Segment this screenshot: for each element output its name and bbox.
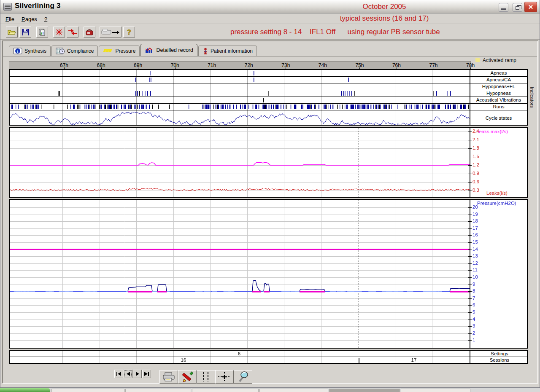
pressure-plot[interactable] [10, 200, 470, 348]
detailled-record-icon [145, 47, 154, 54]
pressure-scale-value: 19 [472, 212, 478, 217]
session-number: 17 [411, 357, 417, 362]
open-folder-icon [8, 29, 16, 35]
zoom-in-time-button[interactable] [67, 27, 78, 38]
prev-icon [127, 372, 130, 376]
session-boundary-mark [359, 358, 359, 363]
zoom-out-time-button[interactable] [53, 27, 65, 38]
time-axis: 67h68h69h70h71h72h73h74h75h76h77h78h [9, 61, 471, 70]
leaks-scale-value: 2.1 [472, 137, 479, 142]
previous-session-button[interactable] [124, 370, 132, 378]
tab-detailled-record[interactable]: Detailled record [140, 44, 197, 56]
taskbar-item[interactable] [401, 389, 470, 392]
ramp-swatch-icon [475, 58, 480, 62]
taskbar-item[interactable] [192, 389, 259, 392]
leaks-scale-value: 0.6 [472, 179, 479, 184]
device-icon [85, 29, 94, 36]
indicator-row-separator [10, 103, 527, 104]
open-button[interactable] [6, 27, 18, 38]
taskbar-item[interactable] [125, 389, 191, 392]
pages-button[interactable] [36, 27, 48, 38]
indicator-row-label: Acoustical Vibrations [470, 97, 527, 102]
taskbar-item-active[interactable] [329, 389, 400, 392]
pressure-scale-tick [468, 298, 472, 299]
pressure-scale-value: 1 [472, 337, 475, 342]
first-icon [116, 372, 117, 376]
crosshair-button[interactable] [215, 370, 234, 384]
print-button[interactable] [159, 370, 178, 384]
leaks-axis-title: Leaks(l/s) [486, 191, 508, 196]
menu-pages[interactable]: Pages [19, 15, 40, 23]
device-button[interactable] [84, 27, 95, 38]
pressure-label-panel: Pressure(cmH2O) [470, 200, 527, 348]
pressure-scale-tick [468, 256, 472, 257]
pressure-scale-value: 16 [472, 232, 478, 237]
minimize-button[interactable] [499, 3, 508, 12]
tab-patient-information[interactable]: Patient information [198, 46, 257, 56]
taskbar-item[interactable] [51, 389, 124, 392]
magnifier-icon [237, 371, 249, 383]
svg-text:?: ? [127, 29, 131, 36]
indicator-row-separator [10, 76, 527, 77]
last-session-button[interactable] [142, 370, 151, 378]
last-icon [148, 372, 149, 376]
settings-value: 6 [238, 351, 240, 356]
activated-ramp-legend: Activated ramp [475, 57, 516, 63]
tab-compliance[interactable]: Compliance [51, 46, 98, 56]
leaks-scale-value: 0.9 [472, 171, 479, 176]
pressure-scale-tick [468, 291, 472, 292]
save-button[interactable] [19, 27, 31, 38]
pressure-scale-tick [468, 326, 472, 327]
annotate-button[interactable] [178, 370, 197, 384]
vertical-dashed-lines-icon [200, 371, 211, 382]
indicator-row-label: Runs [470, 104, 527, 109]
restore-button[interactable] [513, 3, 522, 12]
title-bar[interactable]: Silverlining 3 October 2005 ✕ [0, 0, 540, 13]
pressure-scale-value: 3 [472, 323, 475, 328]
indicator-row-separator [10, 83, 527, 83]
magnify-button[interactable] [234, 370, 252, 384]
toolbar: ? pressure setting 8 - 14 IFL1 Off using… [0, 24, 540, 40]
tab-compliance-label: Compliance [67, 48, 94, 54]
leaks-scale-tick [468, 191, 472, 191]
pressure-scale-value: 17 [472, 226, 478, 231]
pressure-scale-tick [468, 207, 472, 208]
start-button[interactable] [0, 388, 50, 392]
menu-help[interactable]: ? [42, 15, 50, 23]
pressure-scale-tick [468, 285, 472, 285]
compress-burst-icon [55, 28, 63, 36]
indicator-row-label: Cycle states [470, 115, 527, 121]
pressure-scale-value: 8 [472, 288, 475, 293]
indicator-row-separator [10, 110, 527, 110]
vertical-cursors-button[interactable] [197, 370, 215, 384]
pressure-scale-value: 14 [472, 247, 478, 252]
pressure-scale-value: 18 [472, 218, 478, 223]
pressure-scale-tick [468, 270, 472, 271]
help-button[interactable]: ? [123, 27, 135, 38]
pressure-scale-tick [468, 333, 472, 334]
pressure-scale-value: 10 [472, 274, 478, 279]
indicators-plot[interactable] [10, 70, 470, 125]
leaks-scale-value: 0.3 [472, 188, 479, 193]
leaks-plot[interactable] [10, 128, 470, 197]
close-button[interactable]: ✕ [524, 2, 537, 12]
taskbar-item[interactable] [259, 389, 328, 392]
export-button[interactable] [100, 27, 122, 38]
tab-synthesis[interactable]: i Synthesis [9, 46, 51, 56]
indicator-row-separator [10, 97, 527, 97]
first-session-button[interactable] [114, 370, 123, 378]
arrows-inward-icon [68, 29, 77, 35]
taskbar [0, 388, 540, 392]
leaks-scale-tick [468, 182, 472, 183]
printer-icon [162, 372, 175, 382]
indicator-row-label: Apneas/CA [470, 77, 527, 82]
activated-ramp-label: Activated ramp [483, 57, 516, 63]
leaks-scale-tick [468, 140, 472, 140]
tab-pressure[interactable]: Pressure [99, 46, 140, 56]
menu-file[interactable]: File [3, 15, 17, 23]
pencil-icon [181, 371, 193, 382]
next-session-button[interactable] [133, 370, 142, 378]
indicator-row-label: Apneas [470, 70, 527, 75]
tab-patient-information-label: Patient information [211, 48, 253, 54]
pressure-icon [103, 48, 113, 54]
